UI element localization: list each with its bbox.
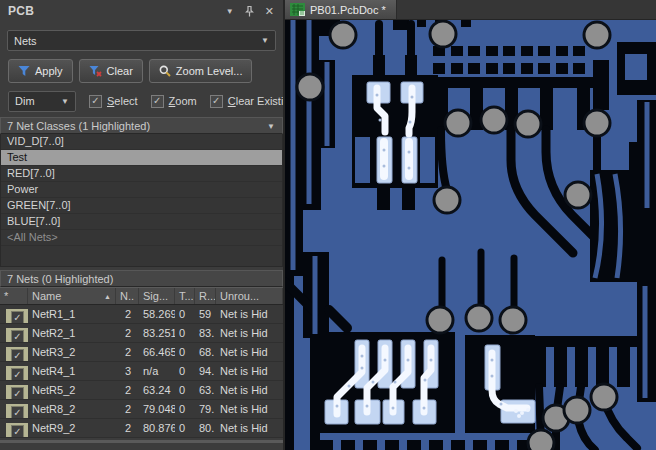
net-enabled-checkbox[interactable]: ✓ <box>6 423 28 437</box>
net-t: 0 <box>175 400 195 418</box>
chevron-down-icon: ▼ <box>61 97 69 106</box>
net-class-item-selected[interactable]: Test <box>1 150 282 166</box>
pin-icon[interactable] <box>245 6 254 17</box>
net-unrouted: Net is Hid <box>216 400 283 418</box>
panel-menu-icon[interactable]: ▼ <box>226 7 234 16</box>
net-unrouted: Net is Hid <box>216 324 283 342</box>
panel-section-splitter[interactable] <box>0 440 283 443</box>
column-header-signal[interactable]: Sig... <box>139 288 175 304</box>
net-name: NetR2_1 <box>28 324 116 342</box>
close-icon[interactable]: ✕ <box>265 5 274 18</box>
net-signal: 66.465 <box>139 343 175 361</box>
column-header-routed[interactable]: R... <box>195 288 216 304</box>
net-name: NetR4_1 <box>28 362 116 380</box>
net-routed: 59 <box>195 305 216 323</box>
net-signal: 58.269 <box>139 305 175 323</box>
net-name: NetR1_1 <box>28 305 116 323</box>
net-class-item[interactable]: GREEN[7..0] <box>1 198 282 214</box>
pcb-panel: PCB ▼ ✕ Nets ▼ Apply <box>0 0 283 450</box>
magnifier-icon <box>159 65 171 77</box>
net-signal: n/a <box>139 362 175 380</box>
net-class-item[interactable]: Power <box>1 182 282 198</box>
net-row[interactable]: ✓ NetR2_1 2 83.251 0 83. Net is Hid <box>0 324 283 343</box>
zoom-level-button[interactable]: Zoom Level... <box>149 59 253 83</box>
net-t: 0 <box>175 324 195 342</box>
net-nodes: 3 <box>116 362 139 380</box>
select-label: Select <box>107 95 138 107</box>
highlight-options-row: Dim ▼ ✓ Select ✓ Zoom ✓ Clear Existing <box>8 90 283 112</box>
select-checkbox[interactable]: ✓ <box>89 95 102 108</box>
net-classes-header[interactable]: 7 Net Classes (1 Highlighted) ▼ <box>0 117 283 134</box>
net-enabled-checkbox[interactable]: ✓ <box>6 347 28 361</box>
highlight-mode-dropdown[interactable]: Dim ▼ <box>8 91 76 112</box>
net-class-item[interactable]: RED[7..0] <box>1 166 282 182</box>
net-row[interactable]: ✓ NetR1_1 2 58.269 0 59 Net is Hid <box>0 305 283 324</box>
view-selector-dropdown[interactable]: Nets ▼ <box>7 30 276 51</box>
net-row[interactable]: ✓ NetR8_2 2 79.048 0 79. Net is Hid <box>0 400 283 419</box>
document-tab[interactable]: PB01.PcbDoc * <box>285 0 397 19</box>
view-selector-value: Nets <box>14 35 37 47</box>
document-tab-bar: PB01.PcbDoc * <box>285 0 656 20</box>
net-signal: 79.048 <box>139 400 175 418</box>
chevron-down-icon: ▼ <box>267 122 275 131</box>
net-unrouted: Net is Hid <box>216 305 283 323</box>
net-nodes: 2 <box>116 419 139 437</box>
net-row[interactable]: ✓ NetR3_2 2 66.465 0 68. Net is Hid <box>0 343 283 362</box>
net-routed: 63. <box>195 381 216 399</box>
option-clear-existing: ✓ Clear Existing <box>210 95 283 108</box>
sort-ascending-icon: ▲ <box>104 293 111 300</box>
document-tab-label: PB01.PcbDoc * <box>310 4 386 16</box>
net-t: 0 <box>175 362 195 380</box>
net-enabled-checkbox[interactable]: ✓ <box>6 309 28 323</box>
clear-button[interactable]: Clear <box>79 59 143 83</box>
column-header-name[interactable]: Name ▲ <box>28 288 116 304</box>
net-signal: 80.876 <box>139 419 175 437</box>
net-nodes: 2 <box>116 324 139 342</box>
highlight-mode-value: Dim <box>15 95 35 107</box>
net-nodes: 2 <box>116 381 139 399</box>
net-enabled-checkbox[interactable]: ✓ <box>6 328 28 342</box>
chevron-down-icon: ▼ <box>261 36 269 45</box>
net-enabled-checkbox[interactable]: ✓ <box>6 404 28 418</box>
option-select: ✓ Select <box>89 95 138 108</box>
net-unrouted: Net is Hid <box>216 362 283 380</box>
net-routed: 68. <box>195 343 216 361</box>
column-header-selected[interactable]: * <box>0 288 28 304</box>
net-row[interactable]: ✓ NetR5_2 2 63.24 0 63. Net is Hid <box>0 381 283 400</box>
option-zoom: ✓ Zoom <box>151 95 197 108</box>
net-row[interactable]: ✓ NetR4_1 3 n/a 0 94. Net is Hid <box>0 362 283 381</box>
net-enabled-checkbox[interactable]: ✓ <box>6 366 28 380</box>
column-header-nodes[interactable]: N.. <box>116 288 139 304</box>
net-t: 0 <box>175 419 195 437</box>
filter-clear-icon <box>89 65 102 77</box>
panel-toolbar: Apply Clear Zoom Level... <box>8 59 283 83</box>
net-signal: 83.251 <box>139 324 175 342</box>
pcb-canvas[interactable] <box>285 20 656 450</box>
net-classes-list: VID_D[7..0] Test RED[7..0] Power GREEN[7… <box>0 134 283 267</box>
net-name: NetR3_2 <box>28 343 116 361</box>
net-name: NetR8_2 <box>28 400 116 418</box>
net-routed: 94. <box>195 362 216 380</box>
column-header-t[interactable]: T... <box>175 288 195 304</box>
net-unrouted: Net is Hid <box>216 343 283 361</box>
net-name: NetR9_2 <box>28 419 116 437</box>
net-name: NetR5_2 <box>28 381 116 399</box>
apply-button[interactable]: Apply <box>8 59 73 83</box>
net-t: 0 <box>175 381 195 399</box>
net-unrouted: Net is Hid <box>216 381 283 399</box>
panel-titlebar: PCB ▼ ✕ <box>0 0 283 22</box>
clear-existing-checkbox[interactable]: ✓ <box>210 95 223 108</box>
net-class-item[interactable]: VID_D[7..0] <box>1 134 282 150</box>
net-routed: 80. <box>195 419 216 437</box>
net-enabled-checkbox[interactable]: ✓ <box>6 385 28 399</box>
column-header-unrouted[interactable]: Unrou... <box>216 288 283 304</box>
net-unrouted: Net is Hid <box>216 419 283 437</box>
filter-icon <box>18 65 30 77</box>
net-nodes: 2 <box>116 400 139 418</box>
panel-title: PCB <box>8 4 34 18</box>
zoom-checkbox[interactable]: ✓ <box>151 95 164 108</box>
net-signal: 63.24 <box>139 381 175 399</box>
net-class-item-all-nets[interactable]: <All Nets> <box>1 230 282 246</box>
net-class-item[interactable]: BLUE[7..0] <box>1 214 282 230</box>
net-row[interactable]: ✓ NetR9_2 2 80.876 0 80. Net is Hid <box>0 419 283 438</box>
